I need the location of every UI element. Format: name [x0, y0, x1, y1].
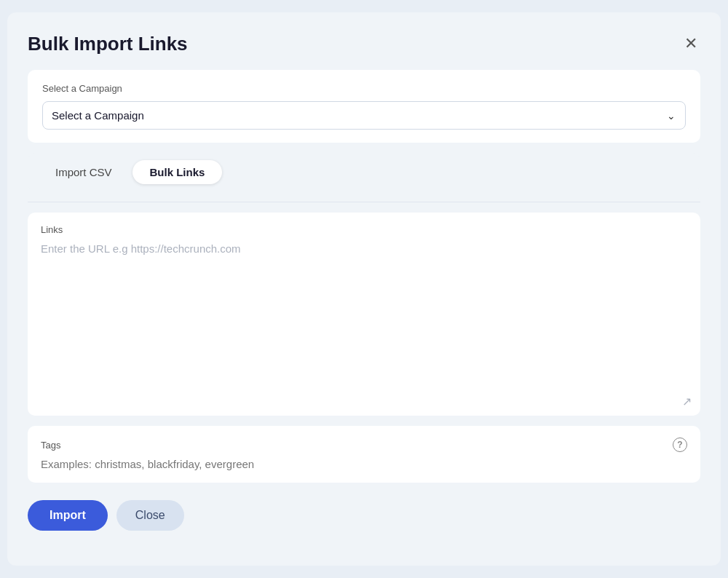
- close-text-button[interactable]: Close: [116, 500, 184, 531]
- campaign-section-card: Select a Campaign Select a Campaign ⌄: [28, 70, 700, 143]
- modal-title: Bulk Import Links: [28, 33, 188, 55]
- divider: [28, 202, 700, 202]
- import-button[interactable]: Import: [28, 500, 108, 531]
- tags-input[interactable]: [41, 458, 687, 470]
- tab-bulk-links[interactable]: Bulk Links: [132, 160, 223, 184]
- tab-import-csv[interactable]: Import CSV: [38, 160, 130, 184]
- links-label: Links: [41, 224, 687, 235]
- links-card: Links ↗: [28, 213, 700, 416]
- tags-card: Tags ?: [28, 426, 700, 483]
- resize-handle-icon: ↗: [682, 395, 692, 408]
- tags-header: Tags ?: [41, 438, 687, 452]
- campaign-select-wrapper: Select a Campaign ⌄: [42, 101, 686, 130]
- links-textarea[interactable]: [41, 241, 687, 401]
- tabs-container: Import CSV Bulk Links: [38, 160, 690, 184]
- help-icon[interactable]: ?: [673, 438, 687, 452]
- campaign-select[interactable]: Select a Campaign: [42, 101, 686, 130]
- campaign-label: Select a Campaign: [42, 83, 686, 94]
- modal-close-button[interactable]: ✕: [681, 33, 700, 55]
- modal-header: Bulk Import Links ✕: [28, 33, 700, 55]
- footer-buttons: Import Close: [28, 500, 700, 531]
- tabs-section: Import CSV Bulk Links: [28, 153, 700, 191]
- tags-label: Tags: [41, 440, 60, 451]
- bulk-import-modal: Bulk Import Links ✕ Select a Campaign Se…: [7, 12, 721, 566]
